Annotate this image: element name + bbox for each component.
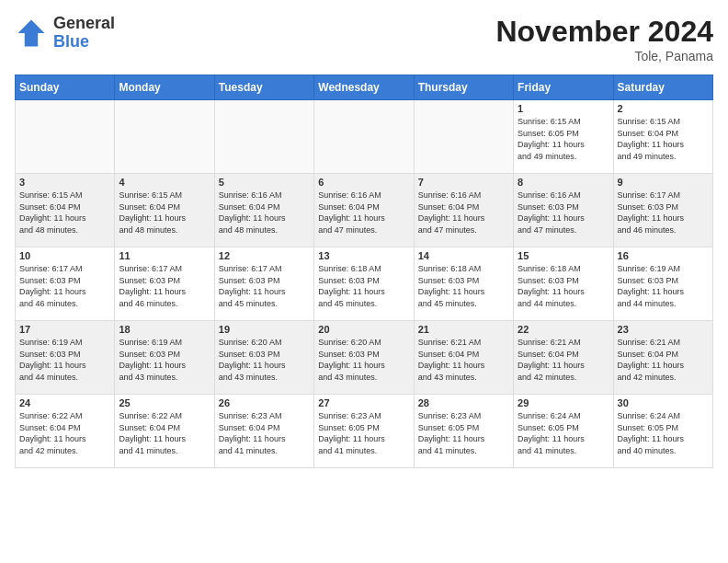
calendar-day-cell: 26Sunrise: 6:23 AM Sunset: 6:04 PM Dayli… (214, 395, 313, 468)
calendar-week-row: 17Sunrise: 6:19 AM Sunset: 6:03 PM Dayli… (16, 321, 713, 395)
day-info: Sunrise: 6:21 AM Sunset: 6:04 PM Dayligh… (518, 337, 609, 383)
day-number: 4 (119, 177, 210, 188)
calendar-day-cell: 30Sunrise: 6:24 AM Sunset: 6:05 PM Dayli… (613, 395, 712, 468)
calendar-day-cell (314, 100, 414, 174)
calendar-day-cell: 10Sunrise: 6:17 AM Sunset: 6:03 PM Dayli… (16, 247, 115, 321)
logo-text: General Blue (53, 15, 115, 52)
day-info: Sunrise: 6:17 AM Sunset: 6:03 PM Dayligh… (19, 263, 110, 309)
day-of-week-header: Saturday (613, 75, 712, 100)
day-of-week-header: Wednesday (314, 75, 414, 100)
calendar-day-cell: 5Sunrise: 6:16 AM Sunset: 6:04 PM Daylig… (214, 174, 313, 247)
day-number: 30 (618, 397, 709, 408)
day-number: 23 (618, 324, 709, 335)
calendar-day-cell: 4Sunrise: 6:15 AM Sunset: 6:04 PM Daylig… (115, 174, 214, 247)
calendar-day-cell: 17Sunrise: 6:19 AM Sunset: 6:03 PM Dayli… (16, 321, 115, 395)
day-number: 26 (219, 397, 310, 408)
day-of-week-header: Thursday (414, 75, 513, 100)
day-info: Sunrise: 6:23 AM Sunset: 6:05 PM Dayligh… (318, 410, 409, 456)
day-number: 15 (518, 250, 609, 261)
day-of-week-header: Tuesday (214, 75, 313, 100)
calendar-day-cell: 29Sunrise: 6:24 AM Sunset: 6:05 PM Dayli… (514, 395, 613, 468)
calendar-day-cell: 15Sunrise: 6:18 AM Sunset: 6:03 PM Dayli… (514, 247, 613, 321)
day-number: 7 (418, 177, 509, 188)
day-of-week-header: Monday (115, 75, 214, 100)
calendar-day-cell: 23Sunrise: 6:21 AM Sunset: 6:04 PM Dayli… (613, 321, 712, 395)
calendar-week-row: 3Sunrise: 6:15 AM Sunset: 6:04 PM Daylig… (16, 174, 713, 247)
calendar-day-cell: 11Sunrise: 6:17 AM Sunset: 6:03 PM Dayli… (115, 247, 214, 321)
day-number: 17 (19, 324, 110, 335)
day-info: Sunrise: 6:18 AM Sunset: 6:03 PM Dayligh… (418, 263, 509, 309)
logo-blue-text: Blue (53, 33, 115, 52)
calendar-day-cell (214, 100, 313, 174)
calendar-day-cell: 7Sunrise: 6:16 AM Sunset: 6:04 PM Daylig… (414, 174, 513, 247)
day-number: 3 (19, 177, 110, 188)
calendar-day-cell: 13Sunrise: 6:18 AM Sunset: 6:03 PM Dayli… (314, 247, 414, 321)
month-title: November 2024 (495, 15, 713, 49)
day-info: Sunrise: 6:15 AM Sunset: 6:05 PM Dayligh… (518, 116, 609, 162)
calendar-day-cell: 20Sunrise: 6:20 AM Sunset: 6:03 PM Dayli… (314, 321, 414, 395)
logo: General Blue (15, 15, 115, 52)
day-info: Sunrise: 6:22 AM Sunset: 6:04 PM Dayligh… (19, 410, 110, 456)
calendar-day-cell: 8Sunrise: 6:16 AM Sunset: 6:03 PM Daylig… (514, 174, 613, 247)
logo-general-text: General (53, 15, 115, 33)
calendar-week-row: 10Sunrise: 6:17 AM Sunset: 6:03 PM Dayli… (16, 247, 713, 321)
day-info: Sunrise: 6:15 AM Sunset: 6:04 PM Dayligh… (119, 190, 210, 236)
calendar-day-cell: 21Sunrise: 6:21 AM Sunset: 6:04 PM Dayli… (414, 321, 513, 395)
svg-marker-0 (18, 19, 45, 46)
day-info: Sunrise: 6:18 AM Sunset: 6:03 PM Dayligh… (518, 263, 609, 309)
calendar-day-cell: 6Sunrise: 6:16 AM Sunset: 6:04 PM Daylig… (314, 174, 414, 247)
day-info: Sunrise: 6:24 AM Sunset: 6:05 PM Dayligh… (618, 410, 709, 456)
day-info: Sunrise: 6:23 AM Sunset: 6:04 PM Dayligh… (219, 410, 310, 456)
calendar-header-row: SundayMondayTuesdayWednesdayThursdayFrid… (16, 75, 713, 100)
day-number: 28 (418, 397, 509, 408)
calendar-day-cell: 9Sunrise: 6:17 AM Sunset: 6:03 PM Daylig… (613, 174, 712, 247)
day-info: Sunrise: 6:16 AM Sunset: 6:04 PM Dayligh… (418, 190, 509, 236)
day-number: 14 (418, 250, 509, 261)
day-info: Sunrise: 6:15 AM Sunset: 6:04 PM Dayligh… (19, 190, 110, 236)
day-info: Sunrise: 6:21 AM Sunset: 6:04 PM Dayligh… (418, 337, 509, 383)
day-number: 29 (518, 397, 609, 408)
day-number: 5 (219, 177, 310, 188)
calendar-day-cell (115, 100, 214, 174)
day-number: 12 (219, 250, 310, 261)
calendar-day-cell: 12Sunrise: 6:17 AM Sunset: 6:03 PM Dayli… (214, 247, 313, 321)
day-info: Sunrise: 6:17 AM Sunset: 6:03 PM Dayligh… (219, 263, 310, 309)
day-info: Sunrise: 6:16 AM Sunset: 6:04 PM Dayligh… (219, 190, 310, 236)
day-number: 9 (618, 177, 709, 188)
calendar-day-cell: 3Sunrise: 6:15 AM Sunset: 6:04 PM Daylig… (16, 174, 115, 247)
day-info: Sunrise: 6:17 AM Sunset: 6:03 PM Dayligh… (618, 190, 709, 236)
day-info: Sunrise: 6:24 AM Sunset: 6:05 PM Dayligh… (518, 410, 609, 456)
day-info: Sunrise: 6:17 AM Sunset: 6:03 PM Dayligh… (119, 263, 210, 309)
calendar-day-cell: 19Sunrise: 6:20 AM Sunset: 6:03 PM Dayli… (214, 321, 313, 395)
page-header: General Blue November 2024 Tole, Panama (15, 15, 713, 63)
day-number: 19 (219, 324, 310, 335)
day-number: 8 (518, 177, 609, 188)
day-number: 22 (518, 324, 609, 335)
title-block: November 2024 Tole, Panama (495, 15, 713, 63)
day-number: 13 (318, 250, 409, 261)
day-info: Sunrise: 6:19 AM Sunset: 6:03 PM Dayligh… (119, 337, 210, 383)
calendar-day-cell: 1Sunrise: 6:15 AM Sunset: 6:05 PM Daylig… (514, 100, 613, 174)
day-number: 16 (618, 250, 709, 261)
day-info: Sunrise: 6:18 AM Sunset: 6:03 PM Dayligh… (318, 263, 409, 309)
day-info: Sunrise: 6:19 AM Sunset: 6:03 PM Dayligh… (19, 337, 110, 383)
calendar-week-row: 1Sunrise: 6:15 AM Sunset: 6:05 PM Daylig… (16, 100, 713, 174)
calendar-day-cell: 28Sunrise: 6:23 AM Sunset: 6:05 PM Dayli… (414, 395, 513, 468)
day-info: Sunrise: 6:19 AM Sunset: 6:03 PM Dayligh… (618, 263, 709, 309)
day-info: Sunrise: 6:22 AM Sunset: 6:04 PM Dayligh… (119, 410, 210, 456)
day-info: Sunrise: 6:15 AM Sunset: 6:04 PM Dayligh… (618, 116, 709, 162)
day-info: Sunrise: 6:20 AM Sunset: 6:03 PM Dayligh… (318, 337, 409, 383)
calendar-day-cell (16, 100, 115, 174)
location: Tole, Panama (495, 49, 713, 63)
calendar-week-row: 24Sunrise: 6:22 AM Sunset: 6:04 PM Dayli… (16, 395, 713, 468)
calendar-day-cell: 25Sunrise: 6:22 AM Sunset: 6:04 PM Dayli… (115, 395, 214, 468)
day-info: Sunrise: 6:23 AM Sunset: 6:05 PM Dayligh… (418, 410, 509, 456)
day-number: 10 (19, 250, 110, 261)
calendar-day-cell: 2Sunrise: 6:15 AM Sunset: 6:04 PM Daylig… (613, 100, 712, 174)
day-number: 25 (119, 397, 210, 408)
calendar-day-cell: 14Sunrise: 6:18 AM Sunset: 6:03 PM Dayli… (414, 247, 513, 321)
calendar-day-cell: 16Sunrise: 6:19 AM Sunset: 6:03 PM Dayli… (613, 247, 712, 321)
day-number: 11 (119, 250, 210, 261)
calendar-day-cell: 27Sunrise: 6:23 AM Sunset: 6:05 PM Dayli… (314, 395, 414, 468)
day-info: Sunrise: 6:16 AM Sunset: 6:04 PM Dayligh… (318, 190, 409, 236)
